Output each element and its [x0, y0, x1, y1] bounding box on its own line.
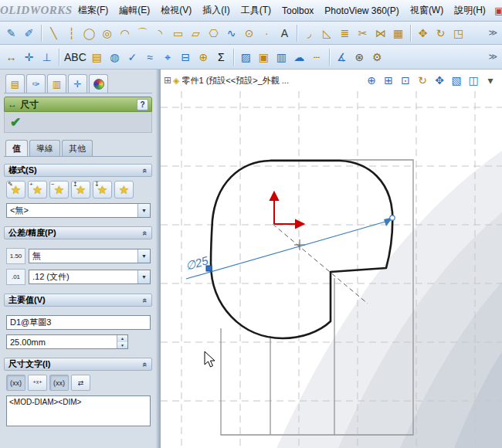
parallelogram-tool-icon[interactable]: ▱ — [187, 24, 205, 42]
datum-feature-icon[interactable]: ⊟ — [177, 48, 195, 66]
tab-leaders[interactable]: 導線 — [29, 140, 60, 156]
menu-item[interactable]: PhotoView 360(P) — [319, 2, 405, 19]
section-style-header[interactable]: 樣式(S) « — [4, 164, 152, 177]
construction-line[interactable] — [273, 224, 368, 304]
centerline-tool-icon[interactable]: ┆ — [63, 24, 80, 42]
dimension-text-center-button[interactable]: (xx) — [6, 375, 25, 391]
menu-item[interactable]: 插入(I) — [197, 1, 235, 20]
revision-cloud-icon[interactable]: ☁ — [290, 48, 308, 66]
spinner-up-icon[interactable]: ▲ — [117, 335, 127, 342]
precision-dropdown[interactable]: .12 (文件) ▼ — [29, 270, 151, 284]
dimension-text-area[interactable]: <MOD-DIAM><DIM> — [6, 395, 151, 426]
save-style-button[interactable]: ★ ↥ — [71, 181, 90, 199]
sketch-text-tool-icon[interactable]: A — [276, 24, 293, 42]
sketch-pattern-tool-icon[interactable]: ▦ — [389, 24, 407, 42]
view-settings-icon[interactable]: ▾ — [482, 72, 499, 89]
menu-item[interactable]: 編輯(E) — [114, 1, 155, 20]
dimension-value-field[interactable]: 25.00mm ▲▼ — [6, 334, 128, 349]
tab-value[interactable]: 值 — [5, 140, 28, 156]
menu-item[interactable]: 說明(H) — [449, 1, 491, 20]
flip-arrows-button[interactable]: ⇄ — [71, 375, 90, 391]
menu-item[interactable]: Toolbox — [276, 2, 319, 19]
smart-dimension-icon[interactable]: ↔ — [2, 48, 20, 66]
point-tool-icon[interactable]: ∙ — [258, 24, 276, 42]
move-entities-tool-icon[interactable]: ✥ — [414, 24, 432, 42]
dimension-name-field[interactable]: D1@草圖3 — [6, 315, 151, 330]
tangent-arc-tool-icon[interactable]: ⌒ — [134, 24, 151, 42]
section-primary-value-header[interactable]: 主要值(V) « — [4, 294, 152, 307]
chevron-down-icon[interactable]: ▼ — [137, 270, 150, 283]
line-tool-icon[interactable]: ╲ — [45, 24, 63, 42]
ellipse-tool-icon[interactable]: ⊙ — [240, 24, 258, 42]
menu-item[interactable]: 工具(T) — [236, 1, 276, 20]
spinner-down-icon[interactable]: ▼ — [117, 342, 127, 349]
weld-symbol-icon[interactable]: ≈ — [141, 48, 159, 66]
sketch-icon[interactable]: ✎ — [2, 24, 20, 42]
propertymanager-tab-icon[interactable]: ✑ — [26, 74, 46, 93]
add-style-button[interactable]: ★ + — [28, 181, 47, 199]
tables-icon[interactable]: ▥ — [273, 48, 290, 66]
zoom-to-area-icon[interactable]: ⊡ — [397, 72, 414, 89]
menu-item[interactable]: 視窗(W) — [405, 1, 449, 20]
section-tolerance-header[interactable]: 公差/精度(P) « — [4, 226, 152, 239]
spell-checker-icon[interactable]: ABC — [63, 48, 88, 66]
apply-default-style-button[interactable]: ★ ✎ — [6, 181, 25, 199]
rotate-entities-tool-icon[interactable]: ↻ — [432, 24, 449, 42]
toolbar-overflow-icon[interactable]: ≫ — [486, 28, 500, 38]
perimeter-circle-tool-icon[interactable]: ◎ — [98, 24, 116, 42]
style-favorite-button[interactable]: ★ — [114, 181, 134, 199]
model-items-icon[interactable]: ✛ — [20, 48, 38, 66]
tab-other[interactable]: 其他 — [62, 140, 93, 156]
scale-entities-tool-icon[interactable]: ◳ — [449, 24, 467, 42]
polygon-tool-icon[interactable]: ⎔ — [205, 24, 222, 42]
rectangle-tool-icon[interactable]: ▭ — [169, 24, 187, 42]
load-style-button[interactable]: ★ ↧ — [93, 181, 112, 199]
mirror-entities-tool-icon[interactable]: ⋈ — [371, 24, 389, 42]
rotate-view-icon[interactable]: ↻ — [414, 72, 431, 89]
configurationmanager-tab-icon[interactable]: ▥ — [47, 74, 66, 93]
dimension-text-solid-button[interactable]: (xx) — [49, 375, 69, 391]
blocks-icon[interactable]: ▣ — [255, 48, 273, 66]
circle-tool-icon[interactable]: ◯ — [80, 24, 98, 42]
note-icon[interactable]: ▤ — [88, 48, 106, 66]
add-relation-icon[interactable]: ⊥ — [38, 48, 56, 66]
spline-tool-icon[interactable]: ∿ — [222, 24, 240, 42]
view-orientation-icon[interactable]: ▧ — [448, 72, 465, 89]
sketch-svg[interactable]: ∅25 — [161, 91, 502, 448]
surface-finish-icon[interactable]: ✓ — [124, 48, 141, 66]
zoom-in-out-icon[interactable]: ⊕ — [363, 72, 380, 89]
menu-item[interactable]: 檢視(V) — [155, 1, 197, 20]
document-tab-label[interactable]: 零件1 (預設<<預設>_外觀 ... — [182, 75, 289, 87]
area-hatch-icon[interactable]: ▨ — [237, 48, 255, 66]
chevron-down-icon[interactable]: ▼ — [137, 249, 150, 263]
3d-sketch-icon[interactable]: ✐ — [20, 24, 38, 42]
chevron-down-icon[interactable]: ▼ — [137, 204, 150, 217]
ok-button[interactable]: ✔ — [10, 116, 21, 129]
zoom-to-fit-icon[interactable]: ⊞ — [380, 72, 397, 89]
center-mark-icon[interactable]: ⊕ — [195, 48, 212, 66]
featuremanager-tab-icon[interactable]: ▤ — [5, 74, 25, 93]
equations-icon[interactable]: Σ — [212, 48, 230, 66]
sketch-fillet-tool-icon[interactable]: ◞ — [300, 24, 318, 42]
centerpoint-arc-tool-icon[interactable]: ◠ — [116, 24, 134, 42]
pan-icon[interactable]: ✥ — [431, 72, 448, 89]
sketch-chamfer-tool-icon[interactable]: ◺ — [318, 24, 336, 42]
three-point-arc-tool-icon[interactable]: ◝ — [151, 24, 169, 42]
section-dimension-text-header[interactable]: 尺寸文字(I) « — [4, 358, 152, 371]
dimension-text-offset-button[interactable]: ⁺ˣ⁺ — [28, 375, 47, 391]
menu-item[interactable]: 檔案(F) — [73, 1, 114, 20]
geometric-tolerance-icon[interactable]: ⌖ — [159, 48, 177, 66]
mass-properties-icon[interactable]: ⊛ — [351, 48, 368, 66]
toolbar-overflow-icon[interactable]: ≫ — [486, 52, 500, 62]
appearances-tab[interactable] — [89, 74, 108, 93]
balloon-icon[interactable]: ◍ — [106, 48, 124, 66]
resources-icon[interactable]: ▣ — [491, 3, 502, 19]
tree-expand-icon[interactable]: ⊞ — [164, 75, 171, 86]
trim-entities-tool-icon[interactable]: ✂ — [354, 24, 371, 42]
measure-icon[interactable]: ∡ — [333, 48, 351, 66]
section-view-icon[interactable]: ◫ — [465, 72, 482, 89]
value-spinner[interactable]: ▲▼ — [117, 335, 127, 348]
tolerance-type-dropdown[interactable]: 無 ▼ — [29, 249, 151, 263]
options-icon[interactable]: ⚙ — [368, 48, 386, 66]
dimxpertmanager-tab-icon[interactable]: ✛ — [68, 74, 87, 93]
